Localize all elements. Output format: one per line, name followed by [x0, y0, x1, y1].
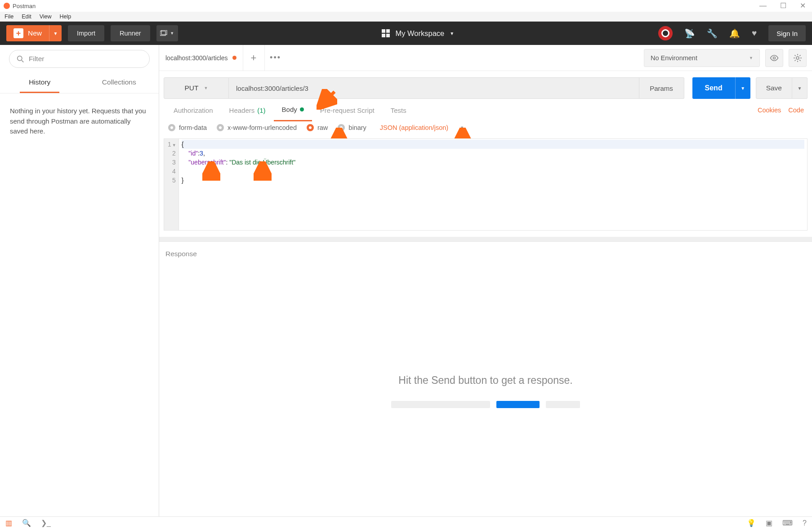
- sidebar-toggle-icon[interactable]: ▥: [5, 519, 12, 527]
- send-button[interactable]: Send: [692, 77, 735, 99]
- content-type-select[interactable]: JSON (application/json) ▼: [376, 124, 464, 131]
- response-label: Response: [165, 250, 197, 258]
- method-select[interactable]: PUT ▼: [164, 77, 229, 99]
- params-button[interactable]: Params: [639, 77, 684, 99]
- response-placeholder-bars: [391, 401, 580, 408]
- body-type-selector: form-data x-www-form-urlencoded raw bina…: [164, 121, 808, 138]
- svg-line-10: [795, 55, 796, 56]
- subtab-body[interactable]: Body: [274, 99, 312, 121]
- url-value: localhost:3000/articles/3: [236, 84, 308, 92]
- two-pane-icon[interactable]: ▣: [766, 519, 772, 527]
- radio-formdata[interactable]: form-data: [168, 124, 207, 131]
- radio-urlencoded[interactable]: x-www-form-urlencoded: [217, 124, 297, 131]
- env-quicklook-button[interactable]: [765, 49, 783, 67]
- send-label: Send: [705, 84, 723, 92]
- subtab-authorization[interactable]: Authorization: [165, 99, 221, 121]
- satellite-icon[interactable]: 📡: [684, 28, 695, 39]
- workspace-selector[interactable]: My Workspace ▼: [382, 29, 454, 38]
- find-icon[interactable]: 🔍: [22, 519, 31, 527]
- headers-count: (1): [257, 107, 265, 114]
- method-label: PUT: [185, 84, 199, 92]
- svg-point-2: [18, 56, 22, 60]
- content-type-label: JSON (application/json): [380, 124, 448, 131]
- minimize-icon[interactable]: —: [759, 3, 767, 9]
- subtab-tests[interactable]: Tests: [383, 99, 415, 121]
- response-area: Hit the Send button to get a response.: [159, 266, 812, 516]
- postman-logo-icon: [4, 3, 10, 9]
- environment-select[interactable]: No Environment ▼: [644, 49, 760, 67]
- environment-label: No Environment: [651, 54, 697, 62]
- svg-line-3: [22, 60, 23, 62]
- new-button[interactable]: + New ▼: [6, 25, 62, 41]
- radio-icon: [217, 124, 224, 131]
- chevron-down-icon: ▼: [450, 31, 454, 36]
- settings-button[interactable]: [789, 49, 807, 67]
- bell-icon[interactable]: 🔔: [729, 28, 740, 39]
- fold-icon[interactable]: ▼: [172, 141, 176, 150]
- new-window-button[interactable]: ▼: [156, 25, 178, 41]
- chevron-down-icon: ▼: [170, 31, 174, 36]
- response-header: Response: [159, 241, 812, 266]
- svg-point-5: [796, 57, 799, 59]
- filter-input[interactable]: Filter: [9, 50, 150, 68]
- tab-collections[interactable]: Collections: [80, 73, 159, 92]
- menu-file[interactable]: File: [4, 13, 13, 20]
- console-icon[interactable]: ❯_: [41, 519, 51, 527]
- params-label: Params: [650, 84, 673, 92]
- url-input[interactable]: localhost:3000/articles/3: [229, 77, 639, 99]
- send-dropdown[interactable]: ▼: [735, 77, 750, 99]
- menu-edit[interactable]: Edit: [22, 13, 31, 20]
- code-link[interactable]: Code: [788, 107, 804, 114]
- radio-raw[interactable]: raw: [307, 124, 328, 131]
- new-dropdown[interactable]: ▼: [49, 25, 62, 41]
- response-hint: Hit the Send button to get a response.: [398, 374, 572, 387]
- save-button[interactable]: Save: [756, 77, 792, 99]
- new-tab-button[interactable]: +: [243, 45, 265, 71]
- save-dropdown[interactable]: ▼: [792, 77, 808, 99]
- workspace-label: My Workspace: [395, 29, 444, 38]
- tab-history[interactable]: History: [0, 73, 80, 92]
- bulb-icon[interactable]: 💡: [747, 519, 756, 527]
- sidebar: Filter History Collections Nothing in yo…: [0, 45, 159, 516]
- cookies-link[interactable]: Cookies: [758, 107, 781, 114]
- radio-icon: [168, 124, 175, 131]
- grid-icon: [382, 29, 390, 37]
- heart-icon[interactable]: ♥: [752, 28, 757, 38]
- help-icon[interactable]: ?: [803, 519, 807, 527]
- maximize-icon[interactable]: ☐: [780, 3, 786, 9]
- editor-gutter: 1▼ 2 3 4 5: [164, 139, 179, 230]
- runner-label: Runner: [120, 30, 141, 37]
- chevron-down-icon: ▼: [460, 125, 464, 130]
- window-controls: — ☐ ✕: [759, 3, 808, 9]
- tab-options-button[interactable]: •••: [265, 45, 286, 71]
- window-title-bar: Postman — ☐ ✕: [0, 0, 812, 12]
- svg-line-11: [799, 60, 800, 61]
- menu-view[interactable]: View: [40, 13, 52, 20]
- runner-button[interactable]: Runner: [111, 25, 150, 41]
- subtab-headers[interactable]: Headers (1): [221, 99, 274, 121]
- svg-point-4: [773, 57, 776, 59]
- plus-icon: +: [13, 28, 23, 38]
- status-bar: ▥ 🔍 ❯_ 💡 ▣ ⌨ ?: [0, 516, 812, 529]
- wrench-icon[interactable]: 🔧: [707, 28, 718, 39]
- placeholder-bar: [496, 401, 540, 408]
- request-tab-title: localhost:3000/articles: [165, 54, 228, 62]
- close-icon[interactable]: ✕: [800, 3, 806, 9]
- radio-binary[interactable]: binary: [338, 124, 366, 131]
- search-icon: [17, 55, 24, 63]
- import-button[interactable]: Import: [68, 25, 104, 41]
- body-editor[interactable]: 1▼ 2 3 4 5 { "id":3, "ueberschrift": "Da…: [164, 138, 808, 231]
- request-tab[interactable]: localhost:3000/articles: [159, 45, 243, 71]
- menu-help[interactable]: Help: [60, 13, 71, 20]
- sync-status-icon[interactable]: [658, 26, 673, 40]
- signin-button[interactable]: Sign In: [768, 25, 806, 41]
- new-button-label: New: [28, 29, 42, 37]
- content-area: localhost:3000/articles + ••• No Environ…: [159, 45, 812, 516]
- keyboard-icon[interactable]: ⌨: [782, 519, 793, 527]
- subtab-prerequest[interactable]: Pre-request Script: [312, 99, 383, 121]
- window-plus-icon: [160, 30, 168, 36]
- placeholder-bar: [546, 401, 580, 408]
- editor-code[interactable]: { "id":3, "ueberschrift": "Das ist die Ü…: [179, 139, 807, 230]
- import-label: Import: [77, 30, 95, 37]
- body-active-dot-icon: [300, 107, 304, 111]
